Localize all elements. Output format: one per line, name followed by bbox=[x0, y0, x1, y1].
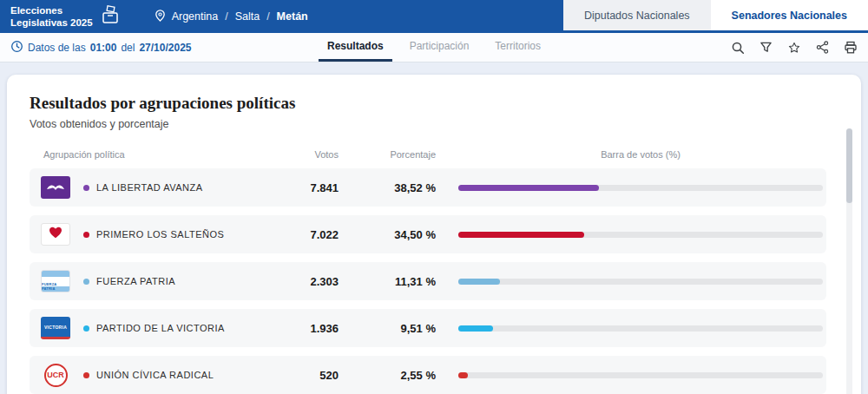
star-icon[interactable] bbox=[787, 41, 801, 55]
breadcrumb-province[interactable]: Salta bbox=[235, 10, 260, 23]
votes-value: 520 bbox=[252, 369, 339, 382]
vote-bar-track bbox=[458, 232, 823, 238]
votes-value: 7.841 bbox=[252, 181, 339, 194]
column-header-percent: Porcentaje bbox=[339, 149, 436, 160]
logo-text: UCR bbox=[47, 371, 64, 379]
column-header-party: Agrupación política bbox=[33, 149, 252, 160]
percent-value: 11,31 % bbox=[339, 275, 436, 288]
breadcrumb: Argentina / Salta / Metán bbox=[154, 0, 308, 33]
search-icon[interactable] bbox=[731, 41, 745, 55]
percent-value: 9,51 % bbox=[339, 322, 436, 335]
breadcrumb-country[interactable]: Argentina bbox=[172, 10, 219, 23]
table-row[interactable]: VICTORIA PARTIDO DE LA VICTORIA 1.936 9,… bbox=[30, 309, 826, 347]
clock-icon bbox=[10, 40, 23, 56]
column-header-votes: Votos bbox=[252, 149, 339, 160]
column-header-bar: Barra de votos (%) bbox=[436, 149, 823, 160]
tab-territorios[interactable]: Territorios bbox=[486, 33, 549, 62]
votes-value: 1.936 bbox=[252, 322, 339, 335]
print-icon[interactable] bbox=[844, 41, 858, 55]
section-tabs: Resultados Participación Territorios bbox=[319, 33, 549, 62]
notice-date: 27/10/2025 bbox=[139, 42, 191, 54]
votes-value: 7.022 bbox=[252, 228, 339, 241]
vote-bar-fill bbox=[458, 279, 500, 285]
logo-line1: Elecciones bbox=[10, 4, 93, 16]
partido-de-la-victoria-logo: VICTORIA bbox=[33, 317, 78, 339]
breadcrumb-separator: / bbox=[266, 10, 269, 23]
tab-resultados[interactable]: Resultados bbox=[319, 33, 392, 62]
vote-bar-fill bbox=[458, 325, 493, 332]
table-row[interactable]: PRIMERO LOS SALTEÑOS 7.022 34,50 % bbox=[30, 215, 826, 253]
top-header-bar: Elecciones Legislativas 2025 Argentina /… bbox=[0, 0, 868, 33]
party-color-bullet bbox=[83, 185, 89, 191]
tab-diputados-nacionales[interactable]: Diputados Nacionales bbox=[563, 0, 711, 30]
header-spacer bbox=[308, 0, 563, 33]
sub-header-bar: Datos de las 01:00 del 27/10/2025 Result… bbox=[0, 33, 868, 62]
logo-line2: Legislativas 2025 bbox=[10, 16, 93, 29]
breadcrumb-separator: / bbox=[225, 10, 227, 23]
site-logo[interactable]: Elecciones Legislativas 2025 bbox=[0, 0, 131, 33]
tab-participacion[interactable]: Participación bbox=[401, 33, 478, 62]
party-name: LA LIBERTAD AVANZA bbox=[96, 182, 203, 193]
notice-connector: del bbox=[121, 42, 135, 54]
eagle-icon bbox=[45, 180, 66, 195]
votes-value: 2.303 bbox=[252, 275, 339, 288]
logo-text: VICTORIA bbox=[44, 325, 67, 330]
percent-value: 2,55 % bbox=[339, 369, 436, 382]
party-name: PARTIDO DE LA VICTORIA bbox=[96, 323, 225, 333]
table-row[interactable]: FUERZA PATRIA FUERZA PATRIA 2.303 11,31 … bbox=[30, 262, 826, 300]
share-icon[interactable] bbox=[816, 41, 829, 54]
primero-los-saltenos-logo bbox=[33, 223, 78, 246]
party-name: PRIMERO LOS SALTEÑOS bbox=[96, 229, 224, 240]
results-table: Agrupación política Votos Porcentaje Bar… bbox=[30, 144, 838, 394]
party-color-bullet bbox=[83, 232, 89, 238]
logo-text: FUERZA PATRIA bbox=[42, 282, 69, 291]
vote-bar-track bbox=[458, 279, 823, 285]
percent-value: 34,50 % bbox=[339, 228, 436, 241]
party-color-bullet bbox=[83, 279, 89, 285]
party-color-bullet bbox=[83, 325, 89, 332]
scrollbar-thumb[interactable] bbox=[846, 128, 852, 203]
party-name: UNIÓN CÍVICA RADICAL bbox=[96, 370, 214, 380]
party-color-bullet bbox=[83, 372, 89, 378]
la-libertad-avanza-logo bbox=[33, 176, 78, 199]
vote-bar-track bbox=[458, 325, 823, 332]
data-timestamp-notice: Datos de las 01:00 del 27/10/2025 bbox=[10, 40, 191, 56]
fuerza-patria-logo: FUERZA PATRIA bbox=[33, 270, 78, 292]
vote-bar-fill bbox=[458, 185, 599, 191]
vote-bar-track bbox=[458, 185, 823, 191]
toolbar bbox=[731, 33, 858, 62]
heart-icon bbox=[49, 227, 62, 242]
tab-senadores-nacionales[interactable]: Senadores Nacionales bbox=[711, 0, 868, 30]
vote-bar-fill bbox=[458, 372, 468, 378]
vote-bar-fill bbox=[458, 232, 584, 238]
breadcrumb-current-department: Metán bbox=[277, 10, 308, 23]
results-card: Resultados por agrupaciones políticas Vo… bbox=[7, 75, 861, 394]
filter-icon[interactable] bbox=[760, 41, 773, 54]
notice-time: 01:00 bbox=[90, 42, 117, 54]
page-subtitle: Votos obtenidos y porcentaje bbox=[30, 118, 838, 130]
percent-value: 38,52 % bbox=[339, 181, 436, 194]
party-name: FUERZA PATRIA bbox=[96, 276, 175, 286]
table-row[interactable]: LA LIBERTAD AVANZA 7.841 38,52 % bbox=[30, 168, 826, 207]
vote-bar-track bbox=[458, 372, 823, 378]
location-pin-icon bbox=[154, 9, 167, 25]
table-header-row: Agrupación política Votos Porcentaje Bar… bbox=[30, 144, 826, 168]
page-title: Resultados por agrupaciones políticas bbox=[30, 94, 838, 113]
ucr-logo: UCR bbox=[33, 364, 78, 387]
notice-prefix: Datos de las bbox=[28, 42, 86, 54]
vertical-scrollbar[interactable] bbox=[846, 128, 852, 394]
ballot-box-icon bbox=[100, 5, 121, 28]
table-row[interactable]: UCR UNIÓN CÍVICA RADICAL 520 2,55 % bbox=[30, 356, 826, 394]
